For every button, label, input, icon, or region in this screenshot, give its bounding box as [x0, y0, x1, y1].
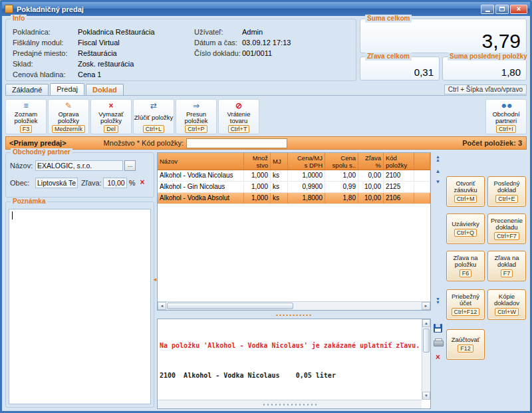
- partner-city-input[interactable]: [35, 178, 78, 188]
- action-label: Zaúčtovať: [452, 337, 480, 343]
- toolbar-button-zlucit-polozky[interactable]: ⇄ Zlúčiť položky Ctrl+L: [133, 99, 174, 134]
- action-zlava-na-doklad[interactable]: Zľava na doklad F7: [487, 251, 526, 281]
- scroll-down-icon[interactable]: ▼: [422, 392, 430, 400]
- table-row[interactable]: Alkohol - Vodka Nicolaus 1,000 ks 1,0000…: [158, 170, 430, 182]
- shortcut-badge: Ctrl+Q: [454, 229, 477, 237]
- header-cell[interactable]: Cenaspolu s..: [325, 153, 358, 170]
- header-cell[interactable]: Kódpoložky: [384, 153, 414, 170]
- shortcut-badge: Ctrl+I: [496, 125, 516, 133]
- field-label: Sklad:: [13, 60, 78, 68]
- toolbar-button-oprava-polozky[interactable]: ✎ Oprava položky Medzerník: [48, 99, 89, 134]
- header-cell[interactable]: Názov: [158, 153, 244, 170]
- qty-code-label: Množstvo * Kód položky:: [104, 139, 184, 147]
- print-icon[interactable]: [434, 339, 442, 346]
- scroll-up-icon[interactable]: ▲: [422, 319, 430, 327]
- close-button[interactable]: ×: [510, 5, 527, 14]
- shortcut-badge: Ctrl+T: [228, 125, 250, 133]
- tab-doklad[interactable]: Doklad: [86, 84, 124, 95]
- toolbar-button-vratenie-tovaru[interactable]: ⊘ Vrátenie tovaru Ctrl+T: [218, 99, 259, 134]
- partner-discount-label: Zľava:: [81, 179, 102, 187]
- table-row-selected[interactable]: Alkohol - Vodka Absolut 1,000 ks 1,8000 …: [158, 193, 430, 204]
- log-vertical-scrollbar[interactable]: ▲ ▼: [422, 319, 430, 400]
- note-group: Poznámka: [5, 202, 154, 408]
- header-cell[interactable]: Zľava%: [358, 153, 384, 170]
- cell: 10,00: [358, 182, 384, 192]
- info-left-column: Pokladnica:Pokladnica Reštaurácia Fiškál…: [13, 27, 155, 80]
- action-zlava-na-polozku[interactable]: Zľava na položku F6: [446, 251, 485, 281]
- merge-icon: ⇄: [150, 101, 157, 110]
- toolbar-button-obchodni-partneri[interactable]: ☻☻ Obchodní partneri Ctrl+I: [485, 99, 527, 134]
- delete-icon: ×: [108, 101, 113, 110]
- action-precenenie-dokladu[interactable]: Precenenie dokladu Ctrl+F7: [487, 213, 526, 244]
- qty-code-input[interactable]: [186, 138, 287, 148]
- header-cell[interactable]: Cena/MJs DPH: [288, 153, 325, 170]
- header-cell[interactable]: MJ: [271, 153, 288, 170]
- scrollbar-thumb[interactable]: [167, 303, 293, 309]
- last-item-sum-value: 1,80: [501, 67, 521, 78]
- table-horizontal-scrollbar[interactable]: ◄ ►: [158, 301, 430, 310]
- field-value: 03.09.12 17:13: [242, 39, 291, 47]
- tab-divider: [5, 95, 527, 96]
- save-icon[interactable]: [434, 324, 442, 333]
- field-label: Užívateľ:: [194, 28, 242, 36]
- titlebar: Pokladničný predaj ×: [2, 2, 530, 16]
- scroll-last-icon[interactable]: ▼▼: [434, 297, 442, 304]
- minimize-button[interactable]: [481, 5, 494, 14]
- field-value: Fiscal Virtual: [78, 39, 120, 47]
- table-row[interactable]: Alkohol - Gin Nicolaus 1,000 ks 0,9900 0…: [158, 182, 430, 193]
- toolbar-button-zoznam-poloziek[interactable]: ≡ Zoznam položiek F3: [5, 99, 47, 134]
- note-textarea[interactable]: [9, 209, 151, 404]
- toolbar-button-vymazat-polozky[interactable]: × Vymazať položky Del: [90, 99, 132, 134]
- cell: 0,00: [358, 170, 384, 181]
- header-cell[interactable]: Množstvo: [244, 153, 271, 170]
- browse-button[interactable]: ...: [124, 160, 136, 171]
- discount-sum-value: 0,31: [414, 67, 434, 78]
- field-label: Pokladnica:: [13, 28, 78, 36]
- scroll-down-icon[interactable]: ▼: [434, 179, 442, 185]
- items-table: Názov Množstvo MJ Cena/MJs DPH Cenaspolu…: [157, 152, 431, 311]
- scroll-up-icon[interactable]: ▲: [434, 168, 442, 174]
- log-splitter[interactable]: [157, 312, 431, 318]
- partners-icon: ☻☻: [500, 101, 511, 110]
- action-uzavierky[interactable]: Uzávierky Ctrl+Q: [446, 213, 485, 244]
- list-icon: ≡: [23, 101, 28, 110]
- action-label: Kópie dokladov: [489, 293, 524, 307]
- panel-collapse-icon[interactable]: ◄: [152, 277, 158, 283]
- percent-sign: %: [129, 179, 136, 187]
- field-value: Cena 1: [78, 70, 101, 78]
- cell: 10,00: [358, 193, 384, 204]
- scroll-left-icon[interactable]: ◄: [158, 302, 166, 310]
- scroll-right-icon[interactable]: ►: [422, 302, 430, 310]
- pencil-icon: ✎: [65, 101, 72, 110]
- action-posledny-doklad[interactable]: Posledný doklad Ctrl+E: [487, 176, 526, 207]
- cell-filler: [414, 170, 430, 181]
- action-kopie-dokladov[interactable]: Kópie dokladov Ctrl+W: [487, 289, 526, 320]
- scrollbar-thumb[interactable]: [423, 329, 430, 352]
- partner-discount-input[interactable]: [103, 178, 127, 188]
- clear-partner-icon[interactable]: ×: [138, 178, 148, 188]
- action-priebezny-ucet[interactable]: Priebežný účet Ctrl+F12: [446, 289, 485, 320]
- table-empty-area: [158, 204, 430, 301]
- toolbar-button-label: Zoznam položiek: [6, 110, 46, 125]
- shortcut-badge: Ctrl+F12: [452, 308, 480, 316]
- cell: ks: [271, 170, 288, 181]
- cell: 0,99: [325, 182, 358, 192]
- action-otvorit-zasuvku[interactable]: Otvoriť zásuvku Ctrl+M: [446, 176, 485, 207]
- action-zauctovat[interactable]: Zaúčtovať F12: [446, 329, 485, 360]
- maximize-button[interactable]: [495, 5, 509, 14]
- partner-name-input[interactable]: [35, 160, 123, 171]
- toolbar-button-presun-poloziek[interactable]: ⇒ Presun položiek Ctrl+P: [176, 99, 217, 134]
- total-sum-label: Suma celkom: [365, 15, 412, 23]
- tab-zakladne[interactable]: Základné: [5, 84, 49, 95]
- toolbar-button-label: Obchodní partneri: [486, 110, 526, 125]
- cell: Alkohol - Vodka Absolut: [158, 193, 244, 204]
- field-value: Admin: [242, 28, 263, 36]
- window-title: Pokladničný predaj: [17, 5, 84, 13]
- shortcut-badge: F3: [20, 125, 33, 133]
- sale-mode: <Priamy predaj>: [6, 139, 66, 147]
- scroll-first-icon[interactable]: ▲▲: [434, 155, 442, 162]
- cell: 1,00: [325, 170, 358, 181]
- tab-predaj[interactable]: Predaj: [50, 83, 84, 95]
- clear-log-icon[interactable]: ×: [434, 353, 442, 362]
- log-horizontal-scrollbar[interactable]: [158, 400, 422, 408]
